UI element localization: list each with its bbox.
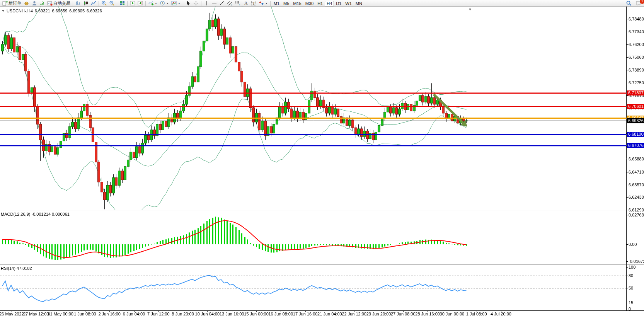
toolbar-separator [99, 1, 99, 6]
fibonacci-icon[interactable]: F [234, 0, 242, 7]
price-axis-label: 6.65880 [629, 157, 644, 161]
price-axis-label: 6.63570 [629, 182, 644, 187]
price-axis-label: 6.62430 [629, 195, 644, 199]
chat-icon[interactable]: 1 [634, 0, 643, 7]
text-label-icon[interactable]: T [250, 0, 257, 7]
tile-windows-icon[interactable] [118, 0, 126, 7]
timeframe-button-m5[interactable]: M5 [281, 1, 291, 7]
svg-text:T: T [252, 1, 255, 5]
time-axis-label: 17 Jun 16:00 [293, 312, 318, 316]
timeframe-button-h1[interactable]: H1 [315, 1, 325, 7]
timeframe-button-mn[interactable]: MN [354, 1, 364, 7]
rsi-scale-label: 50 [629, 286, 633, 290]
time-axis-label: 22 Jun 12:00 [342, 312, 366, 316]
new-order-label: 新订单 [9, 0, 21, 6]
rsi-scale-label: 80 [629, 273, 633, 278]
toolbar-separator [270, 1, 271, 6]
signals-icon[interactable] [38, 0, 46, 7]
timeframe-button-w1[interactable]: W1 [343, 1, 354, 7]
time-axis-label: 21 Jun 04:00 [317, 312, 342, 316]
cursor-icon[interactable] [184, 0, 192, 7]
collapse-triangle-icon[interactable]: ▼ [2, 9, 5, 13]
time-axis-label: 8 Jun 20:00 [172, 312, 194, 316]
rsi-scale-label: 0 [629, 307, 631, 311]
search-icon[interactable] [625, 0, 633, 7]
candlestick-chart-icon[interactable] [82, 0, 90, 7]
hline-price-badge: 6.68100 [627, 132, 644, 137]
new-order-icon [2, 0, 8, 6]
toolbar-separator [183, 1, 183, 6]
rsi-indicator-label: RSI(14) 47.0182 [1, 266, 32, 271]
chevron-down-icon: ▼ [178, 2, 181, 5]
macd-scale-label: -0.016736 [629, 259, 644, 264]
toolbar: 新订单 自动交易 ▼ ▼ ▼ E F A T ▼ M1M5M15M30H1H4D… [0, 0, 644, 7]
zoom-out-icon[interactable] [108, 0, 116, 7]
timeframe-button-d1[interactable]: D1 [334, 1, 343, 7]
profile-icon[interactable] [31, 0, 38, 7]
trendline-icon[interactable] [218, 0, 226, 7]
timeframe-button-m1[interactable]: M1 [272, 1, 281, 7]
time-axis-label: 27 Jun 08:00 [391, 312, 416, 316]
time-axis-label: 16 Jun 08:00 [268, 312, 293, 316]
ohlc-open: 6.69321 [35, 9, 50, 13]
crosshair-icon[interactable] [192, 0, 200, 7]
indicators-icon[interactable]: ▼ [147, 0, 158, 7]
auto-trading-button[interactable]: 自动交易 [46, 0, 72, 6]
arrows-icon[interactable]: ▼ [257, 0, 269, 7]
time-axis-label: 30 Jun 00:00 [440, 312, 465, 316]
auto-trading-icon [47, 0, 53, 6]
svg-text:A: A [244, 0, 248, 6]
line-chart-icon[interactable] [90, 0, 97, 7]
time-axis-label: 6 Jun 04:00 [123, 312, 145, 316]
toolbar-separator [145, 1, 146, 6]
ohlc-low: 6.69305 [69, 9, 85, 13]
svg-text:E: E [231, 3, 232, 6]
templates-icon[interactable]: ▼ [170, 0, 182, 7]
macd-scale-label: 0.00 [629, 242, 637, 247]
text-icon[interactable]: A [242, 0, 250, 7]
vertical-line-icon[interactable] [203, 0, 210, 7]
new-order-button[interactable]: 新订单 [1, 0, 22, 6]
time-axis-label: 10 Jun 04:00 [195, 312, 220, 316]
chart-shift-marker-icon: ▼ [469, 8, 472, 11]
price-axis-label: 6.73890 [629, 68, 644, 72]
time-axis-label: 26 May 2022 [0, 312, 24, 316]
timeframe-button-m30[interactable]: M30 [303, 1, 315, 7]
chevron-down-icon: ▼ [265, 2, 268, 5]
toolbar-separator [117, 1, 117, 6]
toolbar-separator [201, 1, 201, 6]
time-axis-label: 15 Jun 00:00 [244, 312, 269, 316]
zoom-in-icon[interactable] [100, 0, 108, 7]
price-axis-label: 6.72750 [629, 80, 644, 85]
price-axis-label: 6.61290 [629, 208, 644, 212]
time-axis-label: 13 Jun 16:00 [220, 312, 244, 316]
hline-price-badge: 6.70601 [627, 104, 644, 109]
auto-trading-label: 自动交易 [53, 0, 70, 6]
chart-canvas[interactable] [0, 0, 644, 317]
timeframe-button-h4[interactable]: H4 [325, 1, 334, 7]
price-axis-label: 6.78480 [629, 17, 644, 21]
time-axis-label: 31 May 00:00 [48, 312, 73, 316]
toolbar-separator [73, 1, 73, 6]
auto-scroll-icon[interactable] [129, 0, 136, 7]
toolbar-separator [127, 1, 128, 6]
price-axis-label: 6.77340 [629, 29, 644, 34]
svg-text:F: F [239, 3, 240, 6]
chevron-down-icon: ▼ [155, 2, 157, 5]
market-watch-icon[interactable] [22, 0, 31, 7]
time-axis-label: 2 Jun 16:00 [98, 312, 121, 316]
equidistant-channel-icon[interactable]: E [226, 0, 234, 7]
hline-price-badge: 6.67076 [627, 143, 644, 148]
horizontal-line-icon[interactable] [210, 0, 218, 7]
bar-chart-icon[interactable] [74, 0, 82, 7]
price-axis-label: 6.75060 [629, 55, 644, 60]
time-axis-label: 7 Jun 12:00 [147, 312, 170, 316]
ohlc-high: 6.69359 [52, 9, 68, 13]
symbol-period-label: USDCNH-,H4 [7, 9, 33, 13]
macd-scale-label: 0.027633 [629, 213, 644, 217]
timeframe-button-m15[interactable]: M15 [291, 1, 303, 7]
periods-icon[interactable]: ▼ [158, 0, 170, 7]
chart-shift-icon[interactable] [136, 0, 144, 7]
rsi-scale-label: 100 [629, 265, 635, 269]
time-axis-label: 27 May 12:00 [23, 312, 49, 316]
